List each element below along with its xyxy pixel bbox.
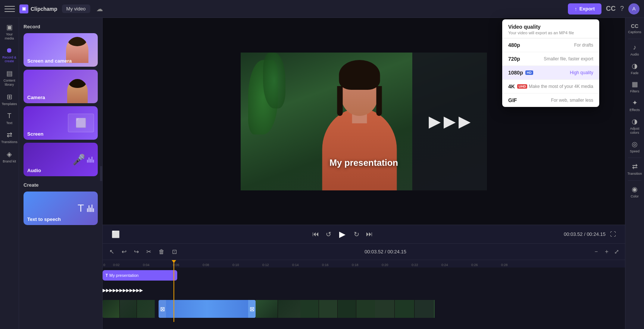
quality-option-4k[interactable]: 4K UHD Make the most of your 4K media <box>502 80 599 94</box>
quality-option-480p-left: 480p <box>508 42 520 48</box>
disable-camera-button[interactable]: ⬜ <box>110 229 121 240</box>
resize-handle-left[interactable]: ⊠ <box>159 300 166 318</box>
right-tool-adjust-colors[interactable]: ◑ Adjust colors <box>625 115 644 137</box>
logo: ▣ Clipchamp <box>19 4 57 13</box>
controls-left: ⬜ <box>110 229 121 240</box>
export-button[interactable]: ↑ Export <box>568 3 601 15</box>
quality-option-4k-left: 4K UHD <box>508 83 527 89</box>
dropdown-title: Video quality <box>508 24 593 30</box>
zoom-out-button[interactable]: － <box>592 246 601 257</box>
ruler-mark-11: 0:22 <box>412 263 441 267</box>
your-media-icon: ▣ <box>6 23 13 31</box>
skip-back-button[interactable]: ⏮ <box>311 229 321 240</box>
cut-button[interactable]: ✂ <box>144 247 153 257</box>
quality-4k-desc: Make the most of your 4K media <box>529 84 593 89</box>
uhd-badge: UHD <box>517 84 528 89</box>
brand-kit-label: Brand kit <box>3 159 16 164</box>
video-segment-4[interactable] <box>300 300 375 318</box>
rewind-button[interactable]: ↺ <box>324 229 333 240</box>
help-icon[interactable]: ? <box>620 5 624 13</box>
camera-label: Camera <box>24 92 49 103</box>
ruler-mark-10: 0:20 <box>382 263 412 267</box>
right-tool-speed[interactable]: ◎ Speed <box>625 138 644 156</box>
avatar[interactable]: A <box>628 3 640 15</box>
captions-button[interactable]: CC <box>606 5 616 13</box>
templates-icon: ⊞ <box>7 93 12 101</box>
resize-handle-right[interactable]: ⊠ <box>248 300 256 318</box>
video-segment-1[interactable] <box>103 300 155 318</box>
zoom-in-button[interactable]: ＋ <box>602 246 611 257</box>
zoom-controls: － ＋ ⤢ <box>592 246 620 257</box>
right-tool-captions[interactable]: CC Captions <box>625 21 644 37</box>
video-segment-2[interactable]: ⊠ ⊠ <box>159 300 256 318</box>
color-icon: ◉ <box>632 185 638 193</box>
right-tool-fade[interactable]: ◑ Fade <box>625 60 644 77</box>
transition-icon: ⇄ <box>632 162 638 171</box>
select-tool-button[interactable]: ↖ <box>107 247 116 257</box>
export-upload-icon: ↑ <box>575 6 577 12</box>
screen-label: Screen <box>24 128 47 140</box>
fullscreen-button[interactable]: ⛶ <box>609 230 618 239</box>
sidebar-item-your-media[interactable]: ▣ Your media <box>0 21 19 43</box>
snap-button[interactable]: ⊡ <box>170 247 179 257</box>
quality-option-1080p[interactable]: 1080p HD High quality <box>502 66 599 80</box>
screen-card-icon: ⬜ <box>68 114 94 132</box>
right-tool-audio[interactable]: ♪ Audio <box>625 41 644 59</box>
captions-icon: CC <box>631 23 638 29</box>
timeline-time-display: 00:03.52 / 00:24.15 <box>182 249 589 254</box>
logo-text: Clipchamp <box>31 6 57 12</box>
redo-button[interactable]: ↪ <box>132 247 141 257</box>
motion-arrow-3: ▶ <box>109 288 113 293</box>
quality-option-480p[interactable]: 480p For drafts <box>502 38 599 52</box>
video-title[interactable]: My video <box>62 4 90 13</box>
screen-camera-card[interactable]: Screen and camera <box>24 33 98 67</box>
adjust-colors-icon: ◑ <box>632 117 638 126</box>
camera-card[interactable]: Camera <box>24 70 98 103</box>
skip-forward-button[interactable]: ⏭ <box>365 229 374 240</box>
ruler-mark-5: 0:10 <box>232 263 262 267</box>
hd-badge: HD <box>525 70 533 75</box>
audio-card[interactable]: 🎤 Audio <box>24 143 98 176</box>
undo-button[interactable]: ↩ <box>119 247 129 257</box>
color-label: Color <box>631 194 639 199</box>
delete-button[interactable]: 🗑 <box>156 247 167 257</box>
fit-to-window-button[interactable]: ⤢ <box>613 247 620 257</box>
timeline-toolbar: ↖ ↩ ↪ ✂ 🗑 ⊡ 00:03.52 / 00:24.15 － ＋ ⤢ <box>103 244 625 260</box>
video-segment-5[interactable] <box>375 300 435 318</box>
right-tool-filters[interactable]: ▦ Filters <box>625 78 644 96</box>
video-segment-3[interactable] <box>256 300 300 318</box>
forward-button[interactable]: ↻ <box>352 229 361 240</box>
timeline-content[interactable]: 0 0:02 0:04 0:06 0:08 0:10 0:12 0:14 0:1… <box>103 260 625 329</box>
filters-tool-label: Filters <box>630 89 640 94</box>
collapse-panel-button[interactable]: ‹ <box>100 166 103 181</box>
sidebar-item-text[interactable]: T Text <box>0 110 19 127</box>
sidebar-item-brand-kit[interactable]: ◈ Brand kit <box>0 148 19 166</box>
quality-option-720p-left: 720p <box>508 56 520 62</box>
quality-720p-desc: Smaller file, faster export <box>544 56 593 61</box>
sidebar-item-templates[interactable]: ⊞ Templates <box>0 91 19 108</box>
content-library-label: Content library <box>1 79 17 87</box>
sidebar-item-transitions[interactable]: ⇄ Transitions <box>0 129 19 146</box>
content-library-icon: ▤ <box>6 69 13 77</box>
play-button[interactable]: ▶ <box>337 228 348 240</box>
tts-card[interactable]: T Text to speech <box>24 192 98 225</box>
right-tool-effects[interactable]: ✦ Effects <box>625 97 644 114</box>
screen-card[interactable]: ⬜ Screen <box>24 106 98 140</box>
menu-icon[interactable] <box>4 4 15 14</box>
timeline-area: ↖ ↩ ↪ ✂ 🗑 ⊡ 00:03.52 / 00:24.15 － ＋ ⤢ <box>103 243 625 329</box>
right-tool-color[interactable]: ◉ Color <box>625 183 644 201</box>
sidebar-item-record-create[interactable]: ⏺ Record & create <box>0 44 19 66</box>
right-sidebar-divider-3 <box>628 180 641 181</box>
sidebar-item-content-library[interactable]: ▤ Content library <box>0 67 19 89</box>
export-quality-dropdown: Video quality Your video will export as … <box>502 19 599 107</box>
motion-arrow-12: ▶ <box>140 288 143 293</box>
effects-tool-icon: ✦ <box>632 99 638 107</box>
motion-arrow-6: ▶ <box>119 288 123 293</box>
right-tool-transition[interactable]: ⇄ Transition <box>625 160 644 178</box>
quality-option-gif[interactable]: GIF For web, smaller less <box>502 94 599 107</box>
audio-tool-label: Audio <box>630 53 639 57</box>
text-track-row: T My presentation <box>103 269 625 282</box>
text-clip[interactable]: T My presentation <box>103 270 177 281</box>
quality-option-720p[interactable]: 720p Smaller file, faster export <box>502 52 599 66</box>
record-cards: Screen and camera Camera ⬜ Screen <box>24 33 98 176</box>
